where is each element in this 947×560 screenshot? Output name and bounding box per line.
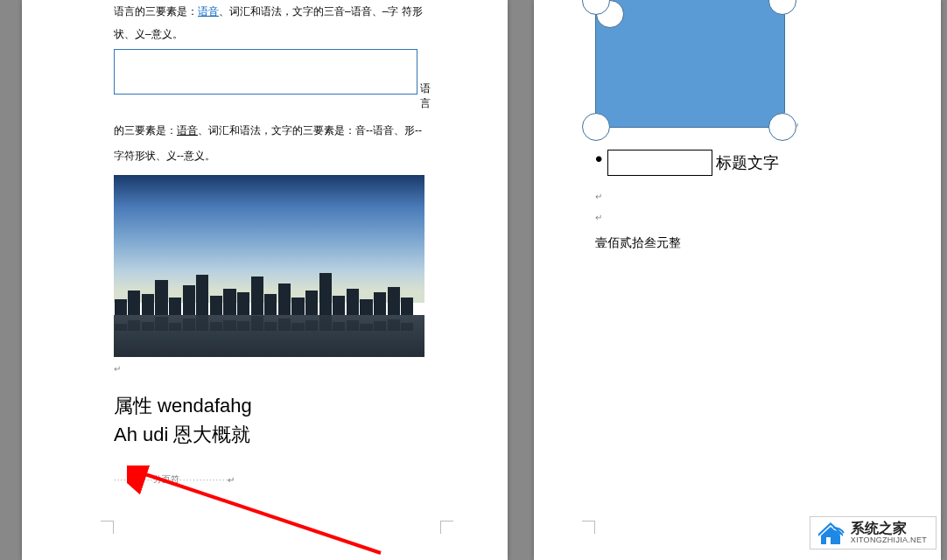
page-break-mark: ↵ [228,475,235,485]
document-workspace: 语言的三要素是：语音、词汇和语法，文字的三音–语音、–字 符形状、义–意义。 语… [0,0,947,560]
page-1[interactable]: 语言的三要素是：语音、词汇和语法，文字的三音–语音、–字 符形状、义–意义。 语… [22,0,508,560]
page-break-indicator[interactable]: ·················· 分页符 ·················… [114,473,424,486]
hyperlink-yuyin[interactable]: 语音 [198,5,219,18]
underlined-yuyin: 语音 [177,124,198,136]
bullet-dot-icon: • [595,147,602,172]
inline-textbox[interactable] [114,49,417,94]
paragraph-mark-3: ↵ [595,207,923,228]
heading-line-1: 属性 wendafahg [114,391,424,420]
paragraph-1[interactable]: 语言的三要素是：语音、词汇和语法，文字的三音–语音、–字 符形状、义–意义。 [114,0,424,46]
watermark-url: XITONGZHIJIA.NET [851,536,927,544]
svg-rect-4 [826,537,831,544]
caption-row[interactable]: • 标题文字 [595,150,923,176]
para1-text-a: 语言的三要素是： [114,5,198,18]
textbox-trailing-text: 语言 [420,81,424,111]
paragraph-mark-2: ↵ [595,186,923,207]
page-2[interactable]: ↵ • 标题文字 ↵ ↵ 壹佰贰拾叁元整 [534,0,941,560]
margin-corner-left [101,521,114,534]
margin-corner-right [440,521,453,534]
blue-rounded-rect-shape[interactable] [595,0,783,134]
heading-line-2: Ah udi 恩大概就 [114,420,424,449]
watermark-badge: 系统之家 XITONGZHIJIA.NET [810,516,936,550]
caption-label: 标题文字 [716,152,779,173]
para2-text-a: 的三要素是： [114,124,177,136]
watermark-title: 系统之家 [851,522,927,536]
paragraph-2[interactable]: 的三要素是：语音、词汇和语法，文字的三要素是：音--语音、形--字符形状、义--… [114,118,424,169]
caption-textbox[interactable] [607,150,712,176]
margin-corner-left-2 [582,521,595,534]
house-wifi-icon [816,521,845,545]
amount-text[interactable]: 壹佰贰拾叁元整 [595,235,923,251]
heading-text[interactable]: 属性 wendafahg Ah udi 恩大概就 [114,391,424,449]
paragraph-mark: ↵ [114,364,424,374]
inserted-image-city-skyline[interactable] [114,175,424,357]
page-break-label: 分页符 [153,473,179,486]
